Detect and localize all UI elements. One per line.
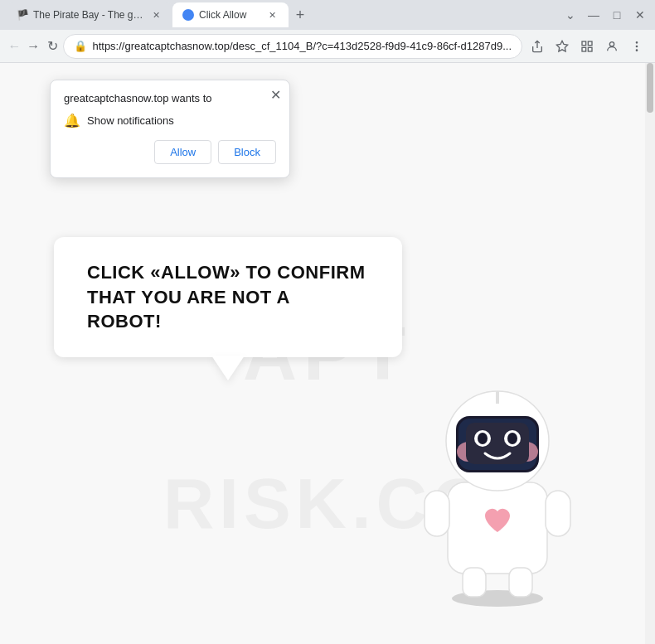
share-icon[interactable] [526,35,549,58]
title-bar: 🏴 The Pirate Bay - The galaxy's mo... ✕ … [0,0,655,30]
address-bar: ← → ↻ 🔒 https://greatcaptchasnow.top/des… [0,30,655,63]
menu-icon[interactable] [625,35,648,58]
svg-rect-13 [463,568,486,597]
close-button[interactable]: ✕ [632,8,648,22]
svg-point-25 [507,433,517,444]
notification-popup: ✕ greatcaptchasnow.top wants to 🔔 Show n… [50,80,290,178]
extension-icon[interactable] [575,35,599,58]
url-box[interactable]: 🔒 https://greatcaptchasnow.top/desc_cf_1… [63,34,522,59]
svg-point-5 [609,41,614,46]
tab-title-clickallow: Click Allow [199,9,260,21]
tab-favicon-clickallow [182,9,194,21]
lock-icon: 🔒 [74,40,87,52]
bookmark-icon[interactable] [551,35,574,58]
svg-point-7 [636,46,637,46]
popup-notification-row: 🔔 Show notifications [64,113,276,128]
tab-favicon-piratebay: 🏴 [17,9,28,21]
speech-bubble-container: CLICK «ALLOW» TO CONFIRM THAT YOU ARE NO… [54,237,402,357]
bell-icon: 🔔 [64,113,80,128]
popup-buttons: Allow Block [64,140,276,164]
page-content: APT RISK.CO ✕ greatcaptchasnow.top wants… [0,63,655,644]
refresh-button[interactable]: ↻ [45,35,61,58]
back-button[interactable]: ← [7,35,22,58]
tab-close-piratebay[interactable]: ✕ [149,8,163,22]
block-button[interactable]: Block [218,140,276,164]
svg-marker-0 [556,41,567,51]
scrollbar-thumb[interactable] [647,63,653,113]
svg-point-24 [478,433,488,444]
allow-button[interactable]: Allow [154,140,211,164]
svg-point-8 [636,50,637,51]
forward-button[interactable]: → [26,35,41,58]
url-text: https://greatcaptchasnow.top/desc_cf_110… [92,40,512,52]
svg-rect-14 [509,568,532,597]
tab-piratebay[interactable]: 🏴 The Pirate Bay - The galaxy's mo... ✕ [7,2,172,27]
new-tab-button[interactable]: + [289,3,312,27]
tab-close-clickallow[interactable]: ✕ [265,8,279,22]
popup-title: greatcaptchasnow.top wants to [64,92,276,104]
tab-title-piratebay: The Pirate Bay - The galaxy's mo... [33,9,144,21]
robot-illustration [390,354,605,611]
svg-rect-2 [588,41,592,46]
chevron-down-icon[interactable]: ⌄ [562,8,579,22]
svg-rect-3 [582,47,586,51]
popup-close-button[interactable]: ✕ [270,87,281,103]
svg-rect-12 [546,491,570,536]
minimize-button[interactable]: — [585,8,602,22]
window-controls: ⌄ — □ ✕ [562,8,648,22]
maximize-button[interactable]: □ [609,8,625,22]
svg-point-6 [636,41,637,42]
svg-rect-11 [425,491,449,536]
speech-text: CLICK «ALLOW» TO CONFIRM THAT YOU ARE NO… [87,262,365,332]
svg-rect-1 [582,41,586,46]
tab-clickallow[interactable]: Click Allow ✕ [172,2,289,27]
account-icon[interactable] [600,35,623,58]
popup-notification-text: Show notifications [87,114,174,127]
speech-bubble: CLICK «ALLOW» TO CONFIRM THAT YOU ARE NO… [54,237,402,357]
toolbar-icons [526,35,648,58]
scrollbar[interactable] [645,63,655,644]
svg-rect-4 [588,47,592,51]
